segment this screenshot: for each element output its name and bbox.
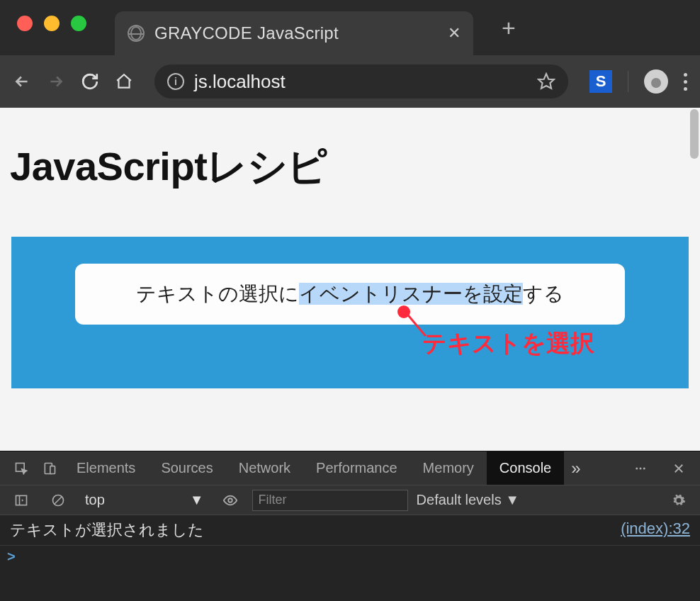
- globe-icon: [128, 25, 145, 42]
- window-titlebar: GRAYCODE JavaScript ✕ +: [0, 0, 700, 55]
- demo-text-pre: テキストの選択に: [136, 283, 299, 305]
- console-log-area[interactable]: テキストが選択されました (index):32 >: [0, 515, 700, 601]
- console-log-row[interactable]: テキストが選択されました (index):32: [0, 515, 700, 546]
- tab-performance[interactable]: Performance: [303, 451, 410, 485]
- tab-memory[interactable]: Memory: [410, 451, 487, 485]
- close-window-button[interactable]: [17, 16, 33, 31]
- forward-button[interactable]: [47, 72, 65, 91]
- svg-marker-0: [538, 74, 554, 89]
- new-tab-button[interactable]: +: [502, 14, 516, 42]
- svg-rect-3: [50, 466, 55, 473]
- callout-label: テキストを選択: [422, 327, 594, 360]
- url-text: js.localhost: [194, 71, 286, 93]
- page-viewport: JavaScriptレシピ テキストの選択にイベントリスナーを設定する テキスト…: [0, 108, 700, 451]
- svg-line-10: [55, 497, 62, 504]
- demo-text-selected: イベントリスナーを設定: [299, 283, 523, 305]
- scrollbar[interactable]: [689, 108, 700, 451]
- console-context-selector[interactable]: top ▼: [81, 492, 208, 508]
- console-sidebar-toggle-icon[interactable]: [13, 492, 30, 509]
- address-bar[interactable]: i js.localhost: [154, 64, 568, 99]
- scrollbar-thumb[interactable]: [690, 109, 699, 159]
- inspect-element-icon[interactable]: [13, 460, 30, 477]
- close-tab-button[interactable]: ✕: [448, 24, 461, 43]
- maximize-window-button[interactable]: [71, 16, 86, 31]
- device-toolbar-icon[interactable]: [41, 460, 58, 477]
- svg-rect-7: [16, 495, 27, 505]
- browser-menu-button[interactable]: [684, 73, 687, 91]
- filter-placeholder: Filter: [259, 493, 287, 507]
- reload-button[interactable]: [81, 72, 99, 91]
- extension-icon[interactable]: S: [589, 70, 612, 93]
- levels-label: Default levels ▼: [417, 492, 519, 508]
- tab-sources[interactable]: Sources: [148, 451, 225, 485]
- console-toolbar: top ▼ Filter Default levels ▼: [0, 485, 700, 515]
- page-heading: JavaScriptレシピ: [0, 108, 700, 194]
- svg-point-5: [640, 467, 642, 469]
- site-info-icon[interactable]: i: [167, 73, 184, 90]
- svg-point-11: [228, 498, 232, 502]
- svg-point-4: [636, 467, 638, 469]
- console-filter-input[interactable]: Filter: [252, 490, 408, 511]
- devtools-close-icon[interactable]: [670, 460, 687, 477]
- back-button[interactable]: [13, 72, 31, 91]
- tabs-overflow-button[interactable]: »: [564, 459, 587, 478]
- tab-console[interactable]: Console: [487, 451, 564, 485]
- console-prompt[interactable]: >: [0, 546, 700, 568]
- log-message: テキストが選択されました: [10, 519, 204, 541]
- traffic-lights: [17, 16, 86, 31]
- chevron-down-icon: ▼: [190, 492, 204, 508]
- context-label: top: [85, 492, 105, 508]
- profile-avatar[interactable]: [644, 69, 668, 94]
- tab-elements[interactable]: Elements: [64, 451, 148, 485]
- browser-toolbar: i js.localhost S: [0, 55, 700, 108]
- demo-panel: テキストの選択にイベントリスナーを設定する テキストを選択: [11, 237, 689, 388]
- log-levels-selector[interactable]: Default levels ▼: [417, 492, 519, 508]
- console-settings-icon[interactable]: [670, 492, 687, 509]
- log-source-link[interactable]: (index):32: [621, 519, 690, 541]
- bookmark-star-icon[interactable]: [537, 72, 555, 91]
- tab-title: GRAYCODE JavaScript: [154, 23, 339, 43]
- browser-tab[interactable]: GRAYCODE JavaScript ✕: [115, 11, 473, 55]
- devtools-panel: Elements Sources Network Performance Mem…: [0, 451, 700, 601]
- devtools-menu-icon[interactable]: [632, 460, 649, 477]
- devtools-tabbar: Elements Sources Network Performance Mem…: [0, 451, 700, 485]
- tab-network[interactable]: Network: [226, 451, 303, 485]
- demo-text-box[interactable]: テキストの選択にイベントリスナーを設定する: [75, 264, 625, 325]
- home-button[interactable]: [115, 72, 133, 91]
- clear-console-icon[interactable]: [50, 492, 67, 509]
- svg-point-6: [643, 467, 645, 469]
- demo-text-post: する: [523, 283, 564, 305]
- minimize-window-button[interactable]: [44, 16, 60, 31]
- live-expression-icon[interactable]: [222, 493, 238, 508]
- toolbar-divider: [628, 71, 628, 92]
